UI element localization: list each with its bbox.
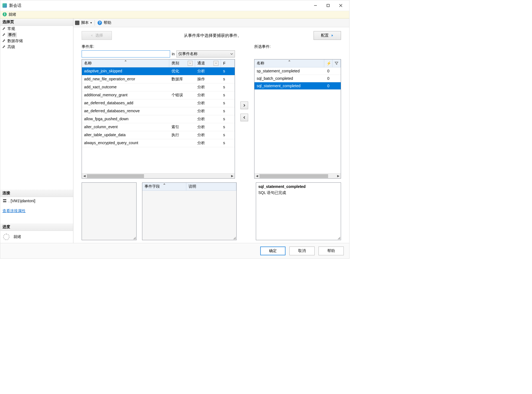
cell-category <box>169 107 195 115</box>
scroll-left-icon[interactable]: ◀ <box>254 174 259 178</box>
status-bar: i 就绪 <box>0 11 349 18</box>
remove-button[interactable] <box>240 114 248 121</box>
scroll-left-icon[interactable]: ◀ <box>82 174 87 178</box>
ok-button[interactable]: 确定 <box>260 247 286 255</box>
cell-name: add_new_file_operation_error <box>82 75 169 83</box>
table-row[interactable]: ae_deferred_databases_add分析s <box>82 99 235 107</box>
maximize-button[interactable] <box>322 1 334 10</box>
table-row[interactable]: add_xact_outcome分析s <box>82 83 235 91</box>
cell-channel: 分析 <box>195 91 221 99</box>
progress-header: 进度 <box>0 223 73 231</box>
cell-channel: 分析 <box>195 107 221 115</box>
table-row[interactable]: sp_statement_completed0 <box>254 67 341 75</box>
cell-channel: 分析 <box>195 139 221 147</box>
script-icon <box>75 21 79 25</box>
fields-header: 事件字段 说明 <box>142 183 236 191</box>
col-extra[interactable]: F <box>221 59 235 67</box>
cell-channel: 分析 <box>195 115 221 123</box>
info-icon: i <box>2 12 7 17</box>
progress-section: 就绪 <box>0 231 73 243</box>
col-filter-icon[interactable] <box>332 59 341 67</box>
nav-section: 常规 事件 数据存储 高级 <box>0 26 73 190</box>
scroll-thumb[interactable] <box>259 174 328 178</box>
col-name[interactable]: 名称 <box>82 59 169 67</box>
chevron-down-icon <box>230 53 233 55</box>
resize-grip-icon[interactable] <box>232 236 236 239</box>
table-row[interactable]: sql_batch_completed0 <box>254 75 341 82</box>
search-input[interactable] <box>82 50 170 58</box>
table-row[interactable]: alter_table_update_data执行分析s <box>82 131 235 139</box>
cell-extra: s <box>221 91 235 99</box>
status-text: 就绪 <box>9 12 16 17</box>
horizontal-scrollbar[interactable]: ◀ ▶ <box>254 173 341 178</box>
cell-channel: 分析 <box>195 67 221 75</box>
grid-body[interactable]: sp_statement_completed0sql_batch_complet… <box>254 67 341 173</box>
scroll-right-icon[interactable]: ▶ <box>230 174 235 178</box>
grid-header: 名称 类别 通道 F <box>82 59 235 67</box>
in-label: in <box>172 52 175 56</box>
col-category[interactable]: 类别 <box>169 59 195 67</box>
help-button[interactable]: 帮助 <box>318 247 344 255</box>
nav-label: 事件 <box>7 32 17 37</box>
scroll-thumb[interactable] <box>87 174 144 178</box>
cell-name: allow_fpga_pushed_down <box>82 115 169 123</box>
table-row[interactable]: ae_deferred_databases_remove分析s <box>82 107 235 115</box>
col-description[interactable]: 说明 <box>186 183 236 190</box>
scroll-right-icon[interactable]: ▶ <box>336 174 341 178</box>
event-description-panel: sql_statement_completed SQL 语句已完成 <box>256 182 341 240</box>
svg-rect-1 <box>327 4 329 7</box>
cell-channel: 分析 <box>195 99 221 107</box>
cancel-button[interactable]: 取消 <box>289 247 315 255</box>
resize-grip-icon[interactable] <box>337 236 340 239</box>
chevron-down-icon[interactable] <box>214 61 218 66</box>
name-filter-combo[interactable]: 仅事件名称 <box>176 50 235 58</box>
grid-header: 名称 ⚡ <box>254 59 341 67</box>
add-button[interactable] <box>240 102 248 109</box>
table-row[interactable]: allow_fpga_pushed_down分析s <box>82 115 235 123</box>
help-icon: ? <box>98 21 102 25</box>
configure-button[interactable]: 配置 <box>314 31 341 40</box>
table-row[interactable]: always_encrypted_query_count分析s <box>82 139 235 147</box>
cell-filter <box>332 82 341 89</box>
table-row[interactable]: add_new_file_operation_error数据库操作s <box>82 75 235 83</box>
cell-name: additional_memory_grant <box>82 91 169 99</box>
close-button[interactable] <box>334 1 347 10</box>
scroll-track[interactable] <box>87 174 230 178</box>
script-dropdown[interactable]: ▾ <box>90 21 92 24</box>
resize-grip-icon[interactable] <box>132 236 136 239</box>
titlebar: 新会话 <box>0 0 349 11</box>
table-row[interactable]: sql_statement_completed0 <box>254 82 341 90</box>
minimize-button[interactable] <box>309 1 322 10</box>
col-name[interactable]: 名称 <box>254 59 324 67</box>
view-connection-link[interactable]: 查看连接属性 <box>2 209 26 214</box>
table-row[interactable]: alter_column_event索引分析s <box>82 123 235 131</box>
cell-count: 0 <box>324 82 332 89</box>
nav-item-general[interactable]: 常规 <box>0 26 73 32</box>
cell-extra: s <box>221 83 235 91</box>
grid-body[interactable]: adaptive_join_skipped优化分析sadd_new_file_o… <box>82 67 235 173</box>
window-title: 新会话 <box>9 3 309 8</box>
cell-name: always_encrypted_query_count <box>82 139 169 147</box>
nav-item-events[interactable]: 事件 <box>0 32 73 38</box>
cell-name: alter_column_event <box>82 123 169 131</box>
cell-category: 个错误 <box>169 91 195 99</box>
nav-item-advanced[interactable]: 高级 <box>0 44 73 50</box>
horizontal-scrollbar[interactable]: ◀ ▶ <box>82 173 235 178</box>
cell-category <box>169 115 195 123</box>
table-row[interactable]: adaptive_join_skipped优化分析s <box>82 67 235 75</box>
select-button: 选择 <box>82 31 112 40</box>
scroll-track[interactable] <box>259 174 336 178</box>
col-channel[interactable]: 通道 <box>195 59 221 67</box>
help-button[interactable]: 帮助 <box>104 20 111 25</box>
cell-extra: s <box>221 67 235 75</box>
nav-item-storage[interactable]: 数据存储 <box>0 38 73 44</box>
cell-extra: s <box>221 139 235 147</box>
triangle-left-icon <box>90 34 93 37</box>
table-row[interactable]: additional_memory_grant个错误分析s <box>82 91 235 99</box>
col-lightning-icon[interactable]: ⚡ <box>324 59 332 67</box>
lower-row: 事件字段 说明 sql_statement_completed SQL 语句已完… <box>82 182 341 240</box>
cell-filter <box>332 67 341 75</box>
col-event-field[interactable]: 事件字段 <box>142 183 186 190</box>
script-button[interactable]: 脚本 <box>81 20 89 25</box>
chevron-down-icon[interactable] <box>188 61 193 66</box>
